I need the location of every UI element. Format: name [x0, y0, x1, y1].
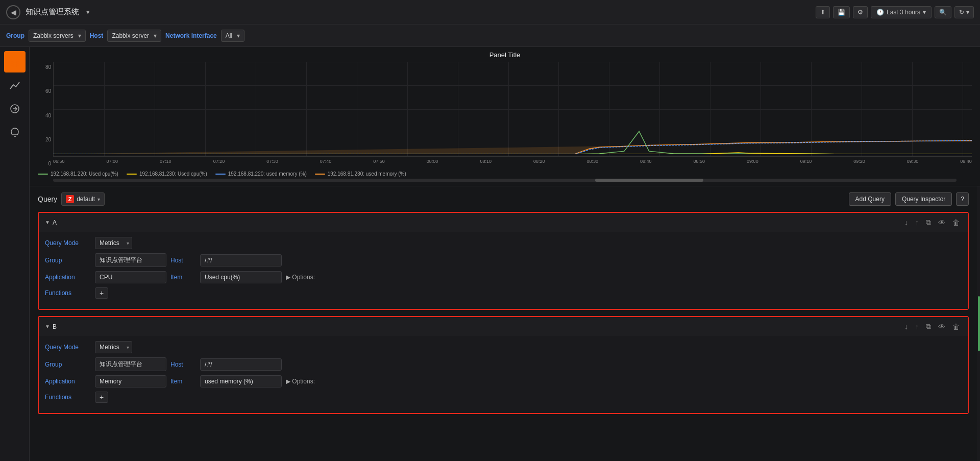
time-range-button[interactable]: 🕐 Last 3 hours ▾	[871, 6, 932, 18]
query-a-functions-label: Functions	[45, 289, 91, 297]
query-block-b-header[interactable]: ▼ B ↓ ↑ ⧉ 👁 🗑	[39, 317, 968, 336]
query-b-toggle-visibility[interactable]: 👁	[936, 322, 947, 332]
query-b-group-input[interactable]: 知识点管理平台	[95, 357, 166, 371]
x-label-0820: 08:20	[533, 159, 545, 169]
x-label-0920: 09:20	[853, 159, 865, 169]
x-label-0700: 07:00	[107, 159, 118, 169]
query-b-item-input[interactable]: used memory (%)	[200, 375, 282, 387]
collapse-arrow-a: ▼	[45, 220, 50, 225]
chart-scrollbar[interactable]	[53, 179, 957, 182]
group-filter-dropdown[interactable]: Zabbix servers ▾	[29, 30, 86, 42]
sidebar-icon-alert[interactable]	[4, 122, 26, 143]
query-a-host-label: Host	[170, 257, 196, 264]
sidebar-icon-chart[interactable]	[4, 75, 26, 96]
legend-dot-0	[38, 174, 48, 175]
chart-container: 80 60 40 20 0	[38, 62, 972, 169]
app-title: 知识点管理系统	[26, 7, 79, 17]
query-a-body: Query Mode Metrics ▾ Group	[39, 232, 968, 309]
x-label-0810: 08:10	[480, 159, 492, 169]
query-a-item-input[interactable]: Used cpu(%)	[200, 271, 282, 283]
query-a-app-input[interactable]: CPU	[95, 271, 166, 283]
x-label-0930: 09:30	[907, 159, 919, 169]
query-a-functions-row: Functions +	[45, 287, 962, 299]
datasource-selector[interactable]: Z default ▾	[61, 192, 105, 206]
query-b-move-down[interactable]: ↓	[902, 322, 910, 332]
query-a-add-function[interactable]: +	[95, 287, 108, 299]
query-a-group-input[interactable]: 知识点管理平台	[95, 253, 166, 267]
sidebar-icon-transform[interactable]	[4, 98, 26, 119]
query-a-host-input[interactable]: /.*/	[200, 254, 282, 266]
query-a-item-label: Item	[170, 274, 196, 281]
group-filter-label: Group	[6, 32, 24, 39]
query-a-move-down[interactable]: ↓	[902, 217, 910, 228]
query-b-functions-label: Functions	[45, 394, 91, 401]
x-label-0910: 09:10	[800, 159, 812, 169]
search-button[interactable]: 🔍	[935, 6, 951, 18]
query-b-mode-select[interactable]: Metrics	[95, 341, 132, 353]
right-scrollbar-thumb[interactable]	[978, 296, 980, 351]
left-sidebar	[0, 47, 30, 461]
query-b-item-value: used memory (%)	[205, 378, 253, 385]
x-label-0720: 07:20	[213, 159, 225, 169]
group-dropdown-arrow: ▾	[78, 32, 81, 39]
query-block-b: ▼ B ↓ ↑ ⧉ 👁 🗑	[38, 316, 969, 414]
add-query-button[interactable]: Add Query	[849, 192, 891, 206]
settings-button[interactable]: ⚙	[853, 6, 868, 18]
query-b-duplicate[interactable]: ⧉	[924, 321, 933, 332]
group-filter-value: Zabbix servers	[33, 32, 74, 39]
save-icon: 💾	[838, 9, 845, 16]
sidebar-icon-database[interactable]	[4, 51, 26, 72]
query-a-group-label: Group	[45, 257, 91, 264]
refresh-arrow: ▾	[966, 9, 969, 16]
query-b-mode-select-wrapper: Metrics ▾	[95, 341, 132, 353]
query-a-mode-label: Query Mode	[45, 239, 91, 247]
chart-scrollbar-thumb[interactable]	[595, 179, 703, 182]
query-b-app-value: Memory	[100, 378, 121, 385]
query-b-options[interactable]: ▶ Options:	[286, 378, 315, 385]
app-title-arrow[interactable]: ▾	[86, 8, 90, 16]
help-button[interactable]: ?	[956, 192, 969, 206]
query-b-group-row: Group 知识点管理平台 Host /.*/	[45, 357, 962, 371]
query-block-a: ▼ A ↓ ↑ ⧉ 👁 🗑	[38, 212, 969, 310]
settings-icon: ⚙	[857, 9, 863, 16]
chart-panel: Panel Title 80 60 40 20 0	[30, 47, 980, 186]
chart-svg	[53, 62, 972, 154]
host-filter-dropdown[interactable]: Zabbix server ▾	[107, 30, 161, 42]
legend-item-2: 192.168.81.220: used memory (%)	[215, 171, 307, 177]
query-a-label: ▼ A	[45, 219, 57, 226]
share-button[interactable]: ⬆	[816, 6, 830, 18]
query-a-actions: ↓ ↑ ⧉ 👁 🗑	[902, 217, 962, 228]
query-b-host-input[interactable]: /.*/	[200, 358, 282, 371]
network-filter-dropdown[interactable]: All ▾	[221, 30, 244, 42]
query-a-delete[interactable]: 🗑	[950, 217, 962, 228]
query-b-move-up[interactable]: ↑	[913, 322, 921, 332]
query-a-toggle-visibility[interactable]: 👁	[936, 217, 947, 228]
network-filter-label: Network interface	[165, 32, 217, 39]
query-b-app-input[interactable]: Memory	[95, 375, 166, 387]
legend-label-0: 192.168.81.220: Used cpu(%)	[51, 171, 118, 177]
x-label-0750: 07:50	[373, 159, 385, 169]
query-a-group-value: 知识点管理平台	[100, 256, 142, 263]
query-a-options[interactable]: ▶ Options:	[286, 274, 315, 281]
query-b-functions-row: Functions +	[45, 392, 962, 403]
query-b-add-function[interactable]: +	[95, 392, 108, 403]
query-inspector-button[interactable]: Query Inspector	[895, 192, 952, 206]
query-a-mode-select[interactable]: Metrics	[95, 237, 132, 249]
query-b-delete[interactable]: 🗑	[950, 322, 962, 332]
host-filter-value: Zabbix server	[112, 32, 149, 39]
clock-icon: 🕐	[876, 9, 884, 16]
query-a-move-up[interactable]: ↑	[913, 217, 921, 228]
refresh-button[interactable]: ↻ ▾	[954, 6, 974, 18]
back-button[interactable]: ◀	[6, 5, 20, 19]
save-button[interactable]: 💾	[833, 6, 850, 18]
query-a-duplicate[interactable]: ⧉	[924, 217, 933, 228]
x-label-0940: 09:40	[960, 159, 972, 169]
query-b-app-row: Application Memory Item used memory (%) …	[45, 375, 962, 387]
datasource-name: default	[77, 196, 95, 203]
right-scrollbar[interactable]	[977, 186, 980, 461]
x-label-0730: 07:30	[266, 159, 278, 169]
x-label-0650: 06:50	[53, 159, 65, 169]
chart-y-axis: 80 60 40 20 0	[38, 62, 53, 169]
host-dropdown-arrow: ▾	[154, 32, 157, 39]
query-block-a-header[interactable]: ▼ A ↓ ↑ ⧉ 👁 🗑	[39, 213, 968, 232]
